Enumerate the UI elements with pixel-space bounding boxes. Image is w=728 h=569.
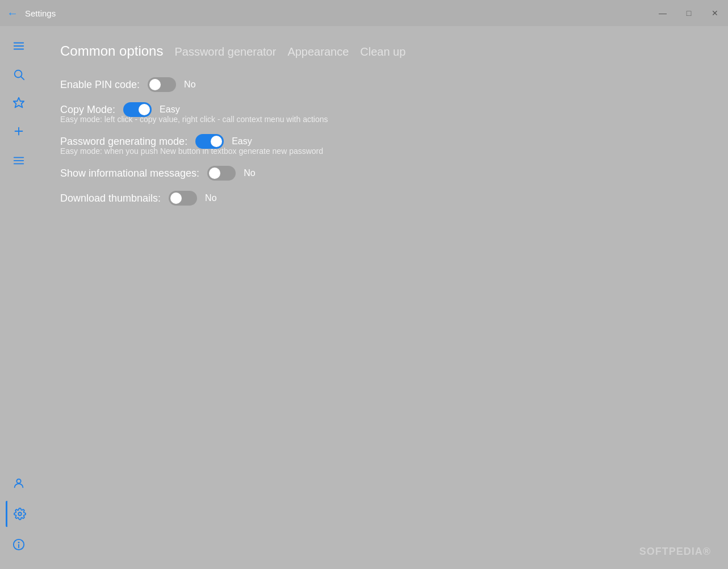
enable-pin-code-label: Enable PIN code: xyxy=(60,79,140,91)
svg-point-11 xyxy=(16,479,20,483)
show-informational-messages-label: Show informational messages: xyxy=(60,168,199,179)
sidebar-item-user[interactable] xyxy=(6,470,32,496)
minimize-button[interactable]: — xyxy=(650,0,676,26)
sidebar-item-menu[interactable] xyxy=(6,33,32,59)
enable-pin-code-row: Enable PIN code: No xyxy=(60,77,705,92)
svg-point-12 xyxy=(18,512,22,516)
sidebar-item-search[interactable] xyxy=(6,61,32,87)
copy-mode-toggle[interactable] xyxy=(123,102,152,117)
back-button[interactable]: ← xyxy=(7,7,18,19)
svg-line-4 xyxy=(21,77,24,80)
show-informational-messages-value: No xyxy=(244,168,255,178)
download-thumbnails-label: Download thumbnails: xyxy=(60,193,161,204)
password-generating-mode-value: Easy xyxy=(232,136,252,147)
watermark: SOFTPEDIA® xyxy=(639,546,711,558)
copy-mode-label: Copy Mode: xyxy=(60,104,115,116)
download-thumbnails-row: Download thumbnails: No xyxy=(60,191,705,206)
title-bar: ← Settings — □ ✕ xyxy=(0,0,728,26)
enable-pin-code-value: No xyxy=(184,80,195,90)
tab-clean-up[interactable]: Clean up xyxy=(360,45,405,60)
maximize-button[interactable]: □ xyxy=(676,0,702,26)
window-title: Settings xyxy=(25,9,56,18)
password-generating-mode-toggle[interactable] xyxy=(195,134,224,149)
sidebar-item-add[interactable] xyxy=(6,118,32,144)
download-thumbnails-toggle[interactable] xyxy=(169,191,197,206)
tab-appearance[interactable]: Appearance xyxy=(287,45,349,60)
password-generating-mode-description: Easy mode: when you push New button in t… xyxy=(60,147,705,156)
show-informational-messages-toggle[interactable] xyxy=(207,166,236,181)
copy-mode-description: Easy mode: left click - copy value, righ… xyxy=(60,115,705,124)
window-controls: — □ ✕ xyxy=(650,0,728,26)
download-thumbnails-value: No xyxy=(205,193,216,203)
app-body: Common options Password generator Appear… xyxy=(0,26,728,569)
close-button[interactable]: ✕ xyxy=(702,0,728,26)
main-content: Common options Password generator Appear… xyxy=(37,26,728,569)
password-generating-mode-label: Password generating mode: xyxy=(60,136,187,148)
sidebar xyxy=(0,26,37,569)
show-informational-messages-row: Show informational messages: No xyxy=(60,166,705,181)
tab-password-generator[interactable]: Password generator xyxy=(174,45,276,60)
sidebar-item-favorites[interactable] xyxy=(6,90,32,116)
svg-marker-5 xyxy=(14,98,24,107)
sidebar-item-list[interactable] xyxy=(6,147,32,173)
enable-pin-code-toggle[interactable] xyxy=(148,77,176,92)
copy-mode-value: Easy xyxy=(160,104,180,115)
tab-common-options[interactable]: Common options xyxy=(60,43,163,60)
tabs-bar: Common options Password generator Appear… xyxy=(60,43,705,60)
sidebar-item-info[interactable] xyxy=(6,532,32,558)
sidebar-item-settings[interactable] xyxy=(6,501,32,527)
